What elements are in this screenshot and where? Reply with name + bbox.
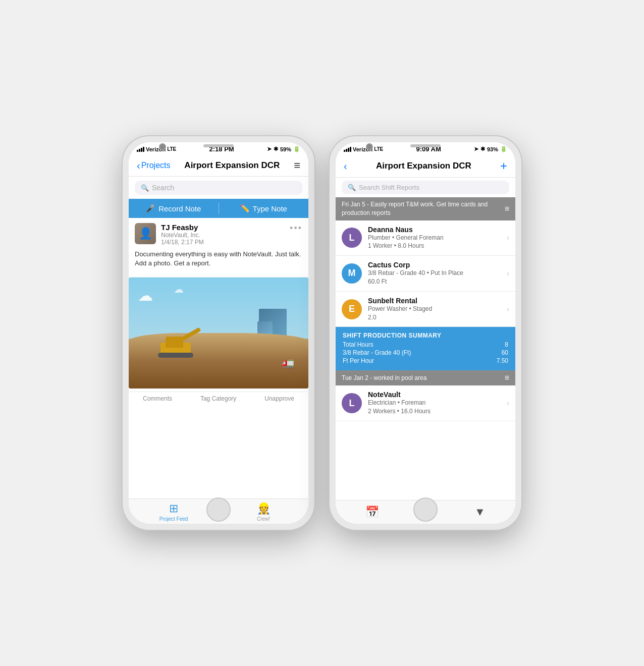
section-menu-icon-1[interactable]: ≡ [505,204,509,213]
home-button-2[interactable] [413,497,438,522]
unapprove-button[interactable]: Unapprove [264,395,294,402]
item-name-deanna: Deanna Naus [368,226,501,234]
chevron-left-icon: ‹ [137,160,140,172]
filter-icon[interactable]: ▼ [474,506,486,519]
back-button[interactable]: ‹ Projects [137,160,170,172]
crew-icon: 👷 [257,502,271,515]
summary-row-hours: Total Hours 8 [343,341,508,348]
feed-author: TJ Feasby [161,223,285,232]
summary-row-fph: Ft Per Hour 7.50 [343,357,508,364]
tab-crew-label: Crew! [257,516,270,522]
phone-1: Verizon LTE 2:18 PM ➤ ✱ 59% 🔋 ‹ Projects… [123,136,314,530]
plus-button[interactable]: + [500,159,507,173]
bluetooth-icon: ✱ [274,146,278,152]
section-2-title: Tue Jan 2 - worked in pool area [342,374,501,381]
tab-crew[interactable]: 👷 Crew! [219,499,308,524]
avatar-letter-notevault: L [349,398,355,409]
list-item-sunbelt[interactable]: E Sunbelt Rental Power Washer • Staged2.… [336,292,515,327]
item-content-sunbelt: Sunbelt Rental Power Washer • Staged2.0 [368,297,501,322]
tab-project-feed[interactable]: ⊞ Project Feed [129,499,219,524]
network-type-2: LTE [374,146,383,152]
section-header-2: Tue Jan 2 - worked in pool area ≡ [336,370,515,385]
phone-2: Verizon LTE 9:09 AM ➤ ✱ 93% 🔋 ‹ Airport … [330,136,521,530]
bluetooth-icon-2: ✱ [480,146,485,152]
project-feed-icon: ⊞ [169,502,178,515]
signal-bars [137,147,144,152]
mic-icon: 🎤 [146,204,155,213]
summary-title: SHIFT PRODUCTION SUMMARY [343,332,508,339]
item-sub-cactus: 3/8 Rebar - Grade 40 • Put In Place60.0 … [368,269,501,286]
summary-label-fph: Ft Per Hour [343,357,374,364]
avatar-deanna: L [342,228,362,248]
chevron-notevault: › [507,399,509,408]
record-note-button[interactable]: 🎤 Record Note [129,199,219,218]
list-item-cactus[interactable]: M Cactus Corp 3/8 Rebar - Grade 40 • Put… [336,256,515,292]
search-placeholder-1: Search [152,184,174,192]
search-placeholder-2: Search Shift Reports [359,184,419,191]
summary-value-rebar: 60 [502,349,508,356]
section-menu-icon-2[interactable]: ≡ [505,373,509,382]
avatar-1: 👤 [135,223,156,244]
item-content-deanna: Deanna Naus Plumber • General Foreman1 W… [368,226,501,251]
feed-company: NoteVault, Inc. [161,232,285,239]
back-label[interactable]: Projects [141,161,171,170]
feed-image: ☁ ☁ [129,278,308,388]
clock: 2:18 PM [209,145,234,153]
search-icon-1: 🔍 [141,184,149,192]
list-item-notevault[interactable]: L NoteVault Electrician • Foreman2 Worke… [336,385,515,421]
item-name-cactus: Cactus Corp [368,261,501,269]
location-icon-2: ➤ [474,146,478,152]
back-button-2[interactable]: ‹ [344,160,347,172]
search-icon-2: 🔍 [348,184,356,191]
calendar-icon[interactable]: 📅 [365,506,379,519]
status-bar-2: Verizon LTE 9:09 AM ➤ ✱ 93% 🔋 [336,142,515,155]
nav-bar-2: ‹ Airport Expansion DCR + [336,155,515,178]
battery-pct-2: 93% [487,146,498,152]
status-bar-1: Verizon LTE 2:18 PM ➤ ✱ 59% 🔋 [129,142,308,155]
search-bar-2[interactable]: 🔍 Search Shift Reports [342,181,509,194]
type-label: Type Note [253,204,287,213]
search-bar-1[interactable]: 🔍 Search [135,181,302,195]
clock-2: 9:09 AM [416,145,441,153]
tab-project-feed-label: Project Feed [159,516,188,522]
action-bar: 🎤 Record Note ✏️ Type Note [129,199,308,218]
avatar-letter-sunbelt: E [349,304,355,314]
item-content-notevault: NoteVault Electrician • Foreman2 Workers… [368,391,501,416]
chevron-cactus: › [507,269,509,278]
section-header-1: Fri Jan 5 - Easily report T&M work. Get … [336,197,515,220]
nav-bar-1: ‹ Projects Airport Expansion DCR ≡ [129,155,308,177]
summary-value-hours: 8 [505,341,508,348]
type-note-button[interactable]: ✏️ Type Note [219,199,309,218]
feed-item-1: 👤 TJ Feasby NoteVault, Inc. 1/4/18, 2:17… [129,218,308,278]
battery-icon: 🔋 [293,146,300,152]
battery-icon-2: 🔋 [500,146,507,152]
item-content-cactus: Cactus Corp 3/8 Rebar - Grade 40 • Put I… [368,261,501,286]
item-name-sunbelt: Sunbelt Rental [368,297,501,305]
front-camera [159,143,166,150]
item-name-notevault: NoteVault [368,391,501,399]
comments-button[interactable]: Comments [143,395,172,402]
home-button[interactable] [206,497,231,522]
summary-value-fph: 7.50 [497,357,508,364]
location-icon: ➤ [267,146,272,152]
menu-icon[interactable]: ≡ [294,159,300,172]
page-title-1: Airport Expansion DCR [170,160,294,171]
feed-meta: TJ Feasby NoteVault, Inc. 1/4/18, 2:17 P… [161,223,285,246]
avatar-cactus: M [342,263,362,284]
more-options-button[interactable]: ••• [290,223,302,234]
avatar-letter-deanna: L [349,233,355,243]
battery-pct: 59% [280,146,291,152]
avatar-sunbelt: E [342,299,362,319]
network-type: LTE [167,146,176,152]
signal-bars-2 [344,147,351,152]
front-camera-2 [366,143,373,150]
summary-label-hours: Total Hours [343,341,373,348]
content-scroll-2: Fri Jan 5 - Easily report T&M work. Get … [336,197,515,524]
section-1-title: Fri Jan 5 - Easily report T&M work. Get … [342,200,501,217]
phones-container: Verizon LTE 2:18 PM ➤ ✱ 59% 🔋 ‹ Projects… [123,136,521,530]
feed-date: 1/4/18, 2:17 PM [161,239,285,246]
item-sub-sunbelt: Power Washer • Staged2.0 [368,305,501,322]
feed-scroll: 👤 TJ Feasby NoteVault, Inc. 1/4/18, 2:17… [129,218,308,524]
tag-category-button[interactable]: Tag Category [200,395,236,402]
list-item-deanna[interactable]: L Deanna Naus Plumber • General Foreman1… [336,220,515,256]
